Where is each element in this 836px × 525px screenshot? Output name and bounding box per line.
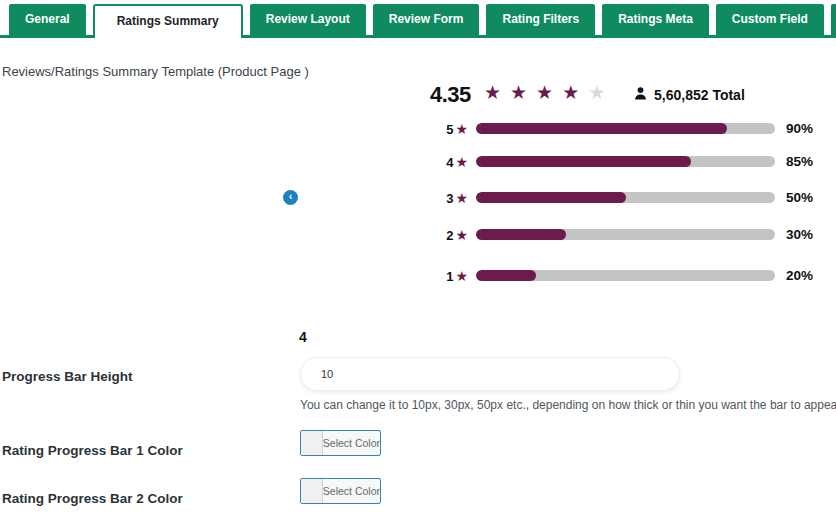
rating-row-number: 2 bbox=[446, 228, 453, 243]
rating-row-3-star: 3★ 50% bbox=[0, 190, 836, 206]
rating-row-percent: 30% bbox=[786, 227, 813, 243]
rating-row-number: 3 bbox=[446, 191, 453, 206]
star-icon: ★ bbox=[536, 83, 553, 104]
rating-row-percent: 85% bbox=[786, 154, 813, 170]
color-swatch bbox=[301, 479, 323, 503]
tab-general[interactable]: General bbox=[9, 4, 86, 35]
select-color-button-label: Select Color bbox=[323, 479, 380, 503]
star-icon: ★ bbox=[588, 83, 605, 104]
rating-row-percent: 90% bbox=[786, 121, 813, 137]
average-rating-stars: ★ ★ ★ ★ ★ bbox=[484, 83, 605, 104]
progress-bar-height-input[interactable] bbox=[300, 357, 680, 391]
bar2-color-label: Rating Progress Bar 2 Color bbox=[2, 491, 183, 506]
star-icon: ★ bbox=[455, 121, 468, 137]
star-icon: ★ bbox=[484, 83, 501, 104]
star-icon: ★ bbox=[455, 227, 468, 243]
rating-row-percent: 20% bbox=[786, 268, 813, 284]
progress-bar-fill bbox=[476, 229, 566, 240]
rating-row-number: 1 bbox=[446, 269, 453, 284]
star-icon: ★ bbox=[510, 83, 527, 104]
tab-ratings-summary[interactable]: Ratings Summary bbox=[93, 4, 243, 38]
star-icon: ★ bbox=[455, 154, 468, 170]
progress-bar-fill bbox=[476, 192, 626, 203]
star-icon: ★ bbox=[455, 268, 468, 284]
bar1-color-label: Rating Progress Bar 1 Color bbox=[2, 443, 183, 458]
total-reviews-count: 5,60,852 Total bbox=[654, 87, 745, 103]
select-color-button-label: Select Color bbox=[323, 431, 380, 455]
rating-row-4-star: 4★ 85% bbox=[0, 154, 836, 170]
template-section-label: Reviews/Ratings Summary Template (Produc… bbox=[2, 64, 309, 79]
rating-row-number: 5 bbox=[446, 122, 453, 137]
rating-row-5-star: 5★ 90% bbox=[0, 121, 836, 137]
progress-bar-fill bbox=[476, 270, 536, 281]
tab-rating-filters[interactable]: Rating Filters bbox=[486, 4, 595, 35]
progress-bar-fill bbox=[476, 123, 727, 134]
progress-bar-fill bbox=[476, 156, 691, 167]
rating-row-percent: 50% bbox=[786, 190, 813, 206]
bar1-select-color-button[interactable]: Select Color bbox=[300, 430, 381, 456]
progress-bar-track bbox=[476, 229, 775, 240]
progress-bar-track bbox=[476, 270, 775, 281]
tab-ratings-meta[interactable]: Ratings Meta bbox=[602, 4, 709, 35]
tab-bar: General Ratings Summary Review Layout Re… bbox=[0, 4, 836, 38]
tab-review-form[interactable]: Review Form bbox=[373, 4, 480, 35]
tab-review-notification[interactable]: Review Notification bbox=[831, 4, 836, 35]
rating-row-2-star: 2★ 30% bbox=[0, 227, 836, 243]
current-height-value: 4 bbox=[299, 329, 307, 345]
rating-row-number: 4 bbox=[446, 155, 453, 170]
star-icon: ★ bbox=[562, 83, 579, 104]
progress-bar-height-label: Progress Bar Height bbox=[2, 369, 133, 384]
bar2-select-color-button[interactable]: Select Color bbox=[300, 478, 381, 504]
progress-bar-track bbox=[476, 156, 775, 167]
progress-bar-track bbox=[476, 123, 775, 134]
rating-row-1-star: 1★ 20% bbox=[0, 268, 836, 284]
progress-bar-height-help: You can change it to 10px, 30px, 50px et… bbox=[300, 398, 836, 412]
progress-bar-track bbox=[476, 192, 775, 203]
average-rating-value: 4.35 bbox=[430, 82, 471, 108]
plugin-settings-screen: General Ratings Summary Review Layout Re… bbox=[0, 0, 836, 525]
star-icon: ★ bbox=[455, 190, 468, 206]
tab-review-layout[interactable]: Review Layout bbox=[250, 4, 366, 35]
tab-custom-field[interactable]: Custom Field bbox=[716, 4, 824, 35]
person-icon bbox=[633, 86, 648, 101]
color-swatch bbox=[301, 431, 323, 455]
